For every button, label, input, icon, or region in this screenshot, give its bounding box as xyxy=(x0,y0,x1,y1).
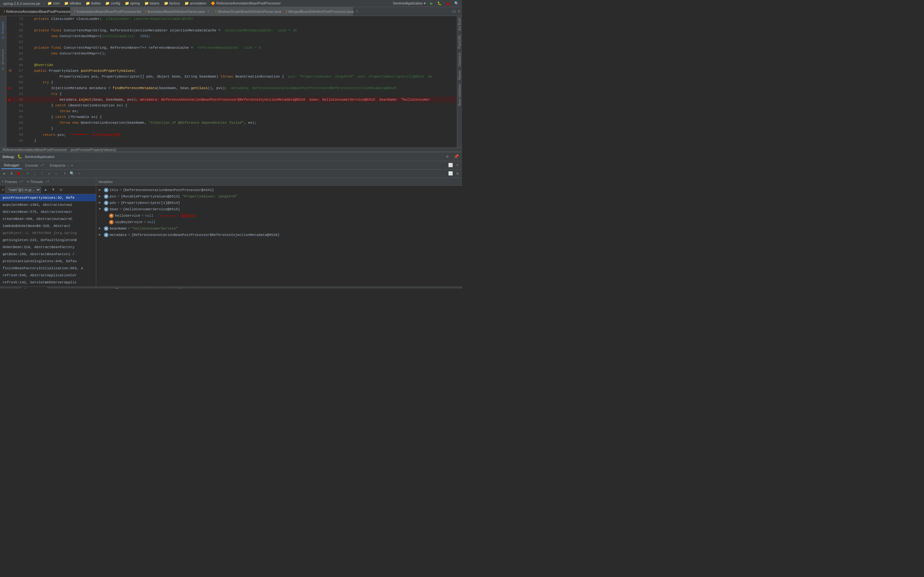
menu-annotation[interactable]: 📁 annotation xyxy=(183,1,208,6)
menu-factory[interactable]: 📁 factory xyxy=(162,1,182,6)
menu-dubbo[interactable]: 📁 dubbo xyxy=(84,1,103,6)
tab-abstract[interactable]: J AbstractSingleBeanDefinitionParser.jav… xyxy=(212,7,282,16)
frame-item-12[interactable]: refresh:142, ServletWebServerApplic xyxy=(0,279,96,286)
restore-btn[interactable]: ⬜ xyxy=(447,162,454,169)
frame-item-5[interactable]: getObject:-1, 987547666 {org.spring xyxy=(0,229,96,237)
var-this[interactable]: ▶ ◉ this = {ReferenceAnnotationBeanPostP… xyxy=(96,187,462,193)
search-btn[interactable]: 🔍 xyxy=(452,1,461,6)
frame-item-1[interactable]: populateBean:1383, AbstractAutowi xyxy=(0,201,96,208)
frame-item-9[interactable]: preInstantiateSingletons:846, Defau xyxy=(0,258,96,265)
run-to-cursor-btn[interactable]: ↗ xyxy=(45,171,52,177)
evaluate-btn[interactable]: → xyxy=(53,171,59,177)
more-btn[interactable]: ⋯ xyxy=(76,171,82,177)
tab-annotation[interactable]: J AnnotationBeanDefinitionParser.java × xyxy=(141,7,212,16)
findbugs-tab[interactable]: 🔍 FindBugs-IDEA xyxy=(112,287,149,288)
thread-nav-down[interactable]: ▼ xyxy=(50,187,57,193)
code-content[interactable]: 78 private ClassLoader classLoader; clas… xyxy=(6,16,457,147)
restore-layout-btn[interactable]: ⬜ xyxy=(447,171,454,177)
plantUML-tab[interactable]: PlantUML xyxy=(457,33,462,51)
frame-item-4[interactable]: lambda$doGetBean$0:320, Abstract xyxy=(0,222,96,229)
ant-build-tab[interactable]: Ant Build xyxy=(457,16,462,33)
endpoints-tab[interactable]: Endpoints → × xyxy=(47,162,75,169)
project-icon[interactable]: 1: Project xyxy=(1,17,6,43)
settings-layout-btn[interactable]: ⚙ xyxy=(454,171,461,177)
close-debug-btn[interactable]: × xyxy=(454,162,461,169)
expand-this[interactable]: ▶ xyxy=(99,187,103,193)
run-btn[interactable]: ▶ xyxy=(428,1,435,6)
var-pds[interactable]: ▶ ◉ pds = {PropertyDescriptor[1]@6514} xyxy=(96,200,462,206)
thread-dropdown[interactable]: "main"@1 in gr... xyxy=(5,187,41,193)
drop-frame-btn[interactable]: ⬇ xyxy=(61,171,68,177)
frame-item-6[interactable]: getSingleton:222, DefaultSingletonB xyxy=(0,237,96,243)
resume-btn[interactable]: ▶ xyxy=(1,171,8,177)
run-app[interactable]: SentinelApplication ▾ xyxy=(391,1,428,6)
tab-close-3[interactable]: × xyxy=(207,10,209,13)
frame-item-3[interactable]: createBean:498, AbstractAutowireC xyxy=(0,215,96,222)
vcs-tab[interactable]: ⑨ 9: Version Control xyxy=(73,287,112,288)
menu-com[interactable]: 📁 com xyxy=(45,1,61,6)
event-log-tab[interactable]: Event Log xyxy=(439,287,462,289)
thread-filter[interactable]: ⊟ xyxy=(58,187,64,193)
frame-item-0[interactable]: postProcessPropertyValues:92, Refe xyxy=(0,194,96,201)
structure-icon[interactable]: 2: Structure xyxy=(1,47,6,73)
tab-instantiation[interactable]: J InstantiationAwareBeanPostProcessorAda… xyxy=(71,7,141,16)
var-pvs[interactable]: ▶ ◉ pvs = {MutablePropertyValues@6513} "… xyxy=(96,193,462,200)
database-tab[interactable]: Database xyxy=(457,51,462,68)
tab-merged[interactable]: J MergedBeanDefinitionPostProcessor.java… xyxy=(282,7,353,16)
frame-item-2[interactable]: doCreateBean:575, AbstractAutowir xyxy=(0,208,96,215)
var-metadata[interactable]: ▶ ◉ metadata = {ReferenceAnnotationBeanP… xyxy=(96,232,462,238)
menu-beans[interactable]: 📁 beans xyxy=(142,1,162,6)
breadcrumb-class[interactable]: ReferenceAnnotationBeanPostProcessor xyxy=(3,148,67,152)
menu-class[interactable]: 🔶 ReferenceAnnotationBeanPostProcessor xyxy=(209,1,283,6)
code-line-90: ● 90 InjectionMetadata metadata = findRe… xyxy=(6,85,457,91)
bean-validation-tab[interactable]: Bean Validation xyxy=(457,82,462,108)
frame-item-11[interactable]: refresh:546, AbstractApplicationCor xyxy=(0,272,96,279)
expand-bean[interactable]: ▼ xyxy=(99,206,103,212)
frame-item-7[interactable]: doGetBean:318, AbstractBeanFactory xyxy=(0,243,96,251)
var-helloService[interactable]: ● helloService = null ←———— 都是null xyxy=(96,213,462,219)
breadcrumb-method[interactable]: postProcessPropertyValues() xyxy=(71,148,116,152)
expand-metadata[interactable]: ▶ xyxy=(99,232,103,238)
tab-close-5[interactable]: × xyxy=(356,10,358,13)
debug-bottom-tab[interactable]: 🐛 5: Debug xyxy=(21,287,48,288)
name-pvs: pvs xyxy=(110,193,116,199)
menu-alibaba[interactable]: 📁 alibaba xyxy=(62,1,83,6)
var-bean[interactable]: ▼ ◉ bean = {HelloConsumerService@6515} xyxy=(96,206,462,213)
console-tab[interactable]: Console →* xyxy=(23,162,47,169)
pin-btn[interactable]: 📌 xyxy=(453,153,459,160)
code-line-93: 93 } catch (BeanCreationException ex) { xyxy=(6,103,457,108)
maven-tab[interactable]: Maven xyxy=(457,68,462,82)
settings-btn[interactable]: ⚙ xyxy=(444,153,451,160)
java-icon-2: J xyxy=(74,10,75,13)
linecode-97: } xyxy=(26,126,454,131)
stop-btn[interactable]: ⏹ xyxy=(444,1,452,6)
terminal-tab[interactable]: ▣ Terminal xyxy=(149,287,174,288)
menu-spring[interactable]: 📁 spring xyxy=(123,1,142,6)
step-over-btn[interactable]: ↷ xyxy=(24,171,31,177)
spring-tab[interactable]: 🌿 Spring xyxy=(174,287,196,288)
stop-debug-btn[interactable]: ⏹ xyxy=(15,171,22,177)
tab-reference[interactable]: J ReferenceAnnotationBeanPostProcessor.j… xyxy=(0,7,71,16)
icon-helloService: ● xyxy=(109,213,113,218)
linecode-92: metadata.inject(bean, beanName, pvs); me… xyxy=(26,97,454,103)
todo-tab[interactable]: ✓ 6: TODO xyxy=(48,287,73,288)
step-out-btn[interactable]: ↑ xyxy=(39,171,45,177)
thread-nav-up[interactable]: ▲ xyxy=(42,187,49,193)
debugger-tab[interactable]: Debugger xyxy=(1,162,22,169)
val-this: {ReferenceAnnotationBeanPostProcessor@43… xyxy=(123,187,214,193)
var-beanName[interactable]: ▶ ◉ beanName = "helloConsumerService" xyxy=(96,226,462,232)
pause-btn[interactable]: ⏸ xyxy=(8,171,15,177)
var-sayBeyService[interactable]: ● sayBeyService = null xyxy=(96,219,462,226)
expand-pvs[interactable]: ▶ xyxy=(99,193,103,199)
trace-btn[interactable]: 🔍 xyxy=(69,171,75,177)
menu-config[interactable]: 📁 config xyxy=(103,1,122,6)
debug-btn[interactable]: 🐛 xyxy=(435,1,444,6)
expand-pds[interactable]: ▶ xyxy=(99,200,103,206)
step-into-btn[interactable]: ↓ xyxy=(31,171,38,177)
frame-item-10[interactable]: finishBeanFactoryInitialization:863, A xyxy=(0,265,96,272)
frame-item-8[interactable]: getBean:199, AbstractBeanFactory / xyxy=(0,251,96,258)
run-tab[interactable]: ▶ 4: Run xyxy=(0,287,21,288)
expand-beanName[interactable]: ▶ xyxy=(99,226,103,231)
linenum-96: 96 xyxy=(13,120,26,126)
linecode-95: } catch (Throwable ex) { xyxy=(26,114,454,120)
